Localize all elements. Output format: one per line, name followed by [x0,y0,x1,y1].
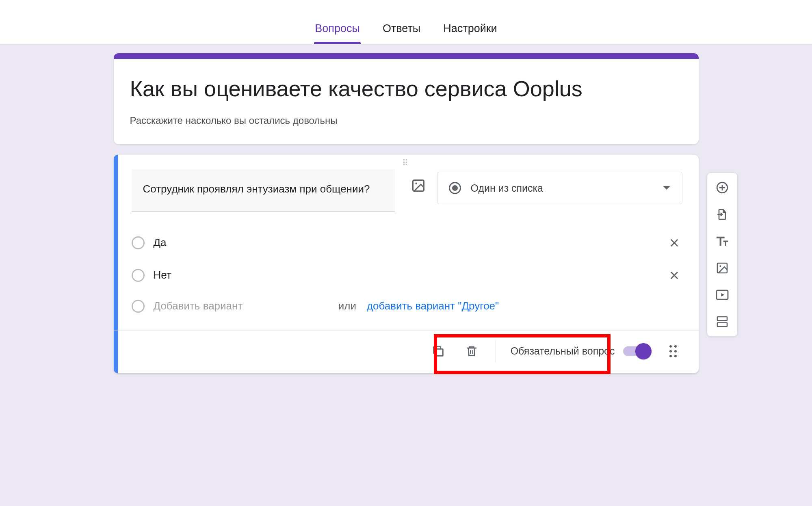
option-row[interactable]: Нет [132,259,682,292]
tab-questions[interactable]: Вопросы [315,22,360,44]
image-icon [411,178,426,193]
option-row[interactable]: Да [132,227,682,259]
toggle-knob [635,343,652,359]
add-other-option-link[interactable]: добавить вариант "Другое" [367,300,499,312]
close-icon [669,270,680,281]
add-option-placeholder[interactable]: Добавить вариант [154,300,328,312]
more-vertical-icon [669,345,677,357]
tab-settings[interactable]: Настройки [443,22,497,44]
radio-outline-icon [132,300,145,313]
image-icon [716,262,729,275]
svg-point-1 [415,183,417,185]
trash-icon [465,344,478,359]
text-icon [715,235,729,247]
question-title-input[interactable]: Сотрудник проявлял энтузиазм при общении… [132,169,395,212]
options-list: Да Нет Добавить вариант [132,227,682,321]
required-toggle-group: Обязательный вопрос [511,345,649,357]
add-video-button[interactable] [712,285,732,305]
question-type-label: Один из списка [471,182,653,194]
option-text[interactable]: Да [154,236,657,249]
section-icon [716,316,729,328]
question-type-select[interactable]: Один из списка [437,172,682,204]
remove-option-button[interactable] [666,267,682,283]
add-option-row: Добавить вариант или добавить вариант "Д… [132,292,682,321]
form-title[interactable]: Как вы оцениваете качество сервиса Ooplu… [130,74,682,103]
close-icon [669,237,680,249]
radio-outline-icon [132,236,145,249]
question-title-text: Сотрудник проявлял энтузиазм при общении… [143,181,383,198]
svg-point-5 [719,265,721,267]
add-question-button[interactable] [712,178,732,197]
or-text: или [338,300,356,312]
option-text[interactable]: Нет [154,269,657,281]
add-title-button[interactable] [712,231,732,251]
import-questions-button[interactable] [712,205,732,224]
tabs-bar: Вопросы Ответы Настройки [0,0,812,44]
side-toolbar [707,173,738,337]
add-question-image-button[interactable] [408,175,429,196]
form-header-card[interactable]: Как вы оцениваете качество сервиса Ooplu… [114,53,699,144]
chevron-down-icon [663,186,671,190]
question-footer: Обязательный вопрос [114,331,699,373]
add-section-button[interactable] [712,312,732,331]
plus-circle-icon [715,181,729,195]
drag-handle-icon[interactable]: ⠿ [114,155,699,169]
form-description[interactable]: Расскажите насколько вы остались довольн… [130,115,682,126]
divider [496,341,496,362]
svg-rect-7 [717,317,727,320]
question-more-menu[interactable] [664,342,682,361]
delete-question-button[interactable] [462,342,481,361]
radio-outline-icon [132,269,145,282]
import-icon [716,208,729,221]
required-label: Обязательный вопрос [511,345,615,357]
video-icon [715,289,729,301]
form-canvas: Как вы оцениваете качество сервиса Ooplu… [0,44,812,506]
svg-rect-2 [436,349,443,356]
svg-rect-8 [717,323,727,327]
question-card: ⠿ Сотрудник проявлял энтузиазм при общен… [114,155,699,373]
remove-option-button[interactable] [666,235,682,251]
tab-responses[interactable]: Ответы [383,22,420,44]
radio-icon [449,182,461,194]
required-toggle[interactable] [623,346,649,356]
duplicate-question-button[interactable] [429,342,448,361]
add-image-button[interactable] [712,258,732,278]
copy-icon [431,344,445,358]
